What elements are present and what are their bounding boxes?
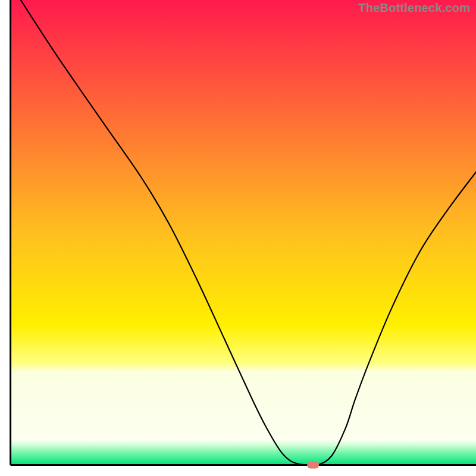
chart-container: { "attribution": "TheBottleneck.com", "c… (0, 0, 476, 476)
plot-background (11, 0, 476, 465)
optimum-marker (307, 462, 319, 469)
attribution-text: TheBottleneck.com (358, 1, 470, 15)
chart-svg (0, 0, 476, 476)
